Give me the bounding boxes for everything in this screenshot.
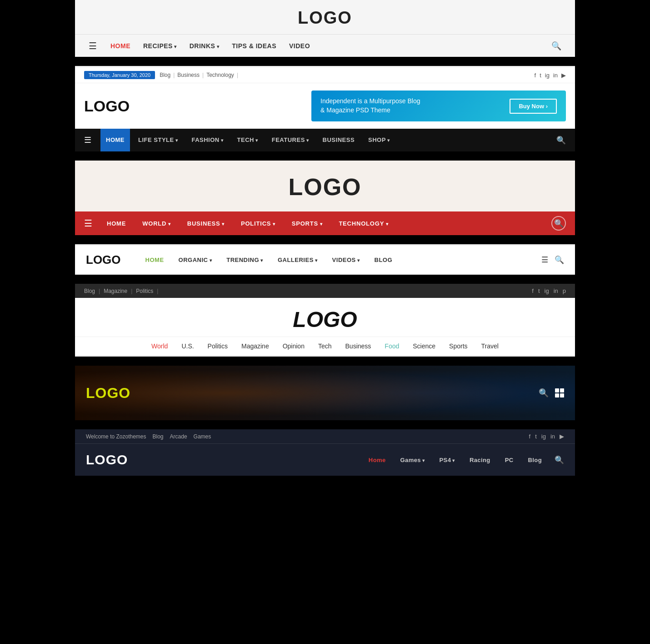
s6-bg-overlay [75,366,575,420]
section1-wrapper: LOGO ☰ HOME RECIPES DRINKS TIPS & IDEAS … [75,0,575,57]
s3-nav-sports[interactable]: SPORTS [285,220,330,227]
s5-twitter-icon[interactable]: t [538,287,540,294]
s1-nav-home[interactable]: HOME [110,42,130,50]
s7-welcome-text: Welcome to Zozothemes [86,433,146,440]
s5-navbar: World U.S. Politics Magazine Opinion Tec… [75,337,575,357]
s7-nav-racing[interactable]: Racing [463,457,497,463]
s4-nav-organic[interactable]: ORGANIC [172,257,219,263]
s7-search-icon[interactable]: 🔍 [555,455,564,465]
s4-right-icons: ☰ 🔍 [541,255,564,265]
gap2 [75,151,575,161]
s5-nav-business[interactable]: Business [345,342,371,350]
s2-banner-text: Independent is a Multipurpose Blog& Maga… [320,97,420,115]
s5-pinterest-icon[interactable]: p [563,287,566,294]
s2-search-icon[interactable]: 🔍 [556,136,566,145]
s7-nav-blog[interactable]: Blog [522,457,548,463]
s5-nav-science[interactable]: Science [413,342,435,350]
gap5 [75,357,575,366]
s2-facebook-icon[interactable]: f [535,72,536,79]
s7-topbar-arcade[interactable]: Arcade [170,433,187,440]
s5-nav-opinion[interactable]: Opinion [283,342,305,350]
s2-buy-button[interactable]: Buy Now › [510,99,557,114]
s2-hamburger[interactable]: ☰ [84,135,91,145]
s7-instagram-icon[interactable]: ig [541,433,546,440]
s2-nav-fashion[interactable]: FASHION [186,129,229,151]
s2-social-icons: f t ig in ▶ [535,72,566,79]
s3-nav-politics[interactable]: POLITICS [234,220,283,227]
s7-nav-ps4[interactable]: PS4 [433,457,461,463]
s7-facebook-icon[interactable]: f [529,433,531,440]
s5-main-area: LOGO [75,298,575,337]
s5-nav-us[interactable]: U.S. [181,342,194,350]
s1-logo: LOGO [298,8,352,27]
s4-nav-blog[interactable]: BLOG [368,257,399,263]
s4-nav-home[interactable]: HOME [139,257,170,263]
s2-nav-home[interactable]: HOME [100,129,130,151]
section5-wrapper: Blog | Magazine | Politics | f t ig in p… [75,284,575,357]
s2-nav-features[interactable]: FEATURES [266,129,315,151]
s5-social-icons: f t ig in p [532,287,566,294]
s4-search-icon[interactable]: 🔍 [555,255,564,265]
s2-nav-shop[interactable]: SHOP [363,129,395,151]
s7-nav: Home Games PS4 Racing PC Blog [128,457,548,463]
s5-instagram-icon[interactable]: ig [545,287,549,294]
s2-youtube-icon[interactable]: ▶ [561,72,566,79]
s1-nav-drinks[interactable]: DRINKS [190,42,219,50]
s4-navbar: LOGO HOME ORGANIC TRENDING GALLERIES VID… [75,246,575,275]
s7-topbar-left: Welcome to Zozothemes Blog Arcade Games [86,433,211,440]
s7-topbar-games[interactable]: Games [194,433,211,440]
s7-nav-home[interactable]: Home [362,457,392,463]
s2-breadcrumb: Blog | Business | Technology | [160,72,238,78]
s5-nav-food[interactable]: Food [385,342,399,350]
s1-logo-bar: LOGO [75,0,575,34]
s1-search-icon[interactable]: 🔍 [551,41,561,51]
s3-nav-home[interactable]: HOME [100,220,133,227]
s4-nav-trending[interactable]: TRENDING [220,257,270,263]
section2-wrapper: Thursday, January 30, 2020 Blog | Busine… [75,66,575,151]
s7-nav-games[interactable]: Games [394,457,431,463]
s7-twitter-icon[interactable]: t [535,433,537,440]
s2-nav-lifestyle[interactable]: LIFE STYLE [133,129,183,151]
s2-nav-tech[interactable]: TECH [232,129,264,151]
s5-breadcrumb-politics: Politics [136,288,153,294]
s3-nav-world[interactable]: WORLD [135,220,178,227]
s7-nav-pc[interactable]: PC [499,457,520,463]
s5-nav-sports[interactable]: Sports [449,342,467,350]
s7-youtube-icon[interactable]: ▶ [560,433,564,440]
s4-nav-videos[interactable]: VIDEOS [326,257,366,263]
s3-nav-technology[interactable]: TECHNOLOGY [331,220,395,227]
s4-nav-galleries[interactable]: GALLERIES [271,257,324,263]
s5-breadcrumb: Blog | Magazine | Politics | [84,288,158,294]
s1-nav-video[interactable]: VIDEO [289,42,310,50]
s2-nav-business[interactable]: BUSINESS [317,129,360,151]
s2-twitter-icon[interactable]: t [540,72,541,79]
s3-search-icon[interactable]: 🔍 [551,216,566,231]
s5-linkedin-icon[interactable]: in [554,287,558,294]
s3-logo: LOGO [288,174,361,200]
s3-nav-business[interactable]: BUSINESS [180,220,232,227]
breadcrumb-blog: Blog [160,72,170,78]
s1-nav-recipes[interactable]: RECIPES [143,42,177,50]
s7-topbar-blog[interactable]: Blog [153,433,164,440]
s5-nav-travel[interactable]: Travel [481,342,499,350]
s6-grid-icon[interactable] [555,388,564,397]
s3-nav: HOME WORLD BUSINESS POLITICS SPORTS TECH… [100,220,551,227]
s5-nav-politics[interactable]: Politics [208,342,228,350]
s2-instagram-icon[interactable]: ig [545,72,550,79]
s1-nav-tips[interactable]: TIPS & IDEAS [232,42,276,50]
s3-hamburger[interactable]: ☰ [84,218,92,229]
s5-facebook-icon[interactable]: f [532,287,534,294]
s5-nav-tech[interactable]: Tech [318,342,332,350]
s4-menu-icon[interactable]: ☰ [541,255,548,265]
s2-nav: HOME LIFE STYLE FASHION TECH FEATURES BU… [100,129,556,151]
s2-topbar: Thursday, January 30, 2020 Blog | Busine… [75,67,575,83]
s7-linkedin-icon[interactable]: in [550,433,555,440]
s5-nav-magazine[interactable]: Magazine [241,342,269,350]
s5-nav-world[interactable]: World [151,342,168,350]
section3-wrapper: LOGO ☰ HOME WORLD BUSINESS POLITICS SPOR… [75,161,575,235]
s4-logo: LOGO [86,253,121,267]
s5-breadcrumb-blog: Blog [84,288,95,294]
s6-search-icon[interactable]: 🔍 [539,388,549,398]
s2-linkedin-icon[interactable]: in [553,72,558,79]
s1-hamburger[interactable]: ☰ [89,40,97,51]
